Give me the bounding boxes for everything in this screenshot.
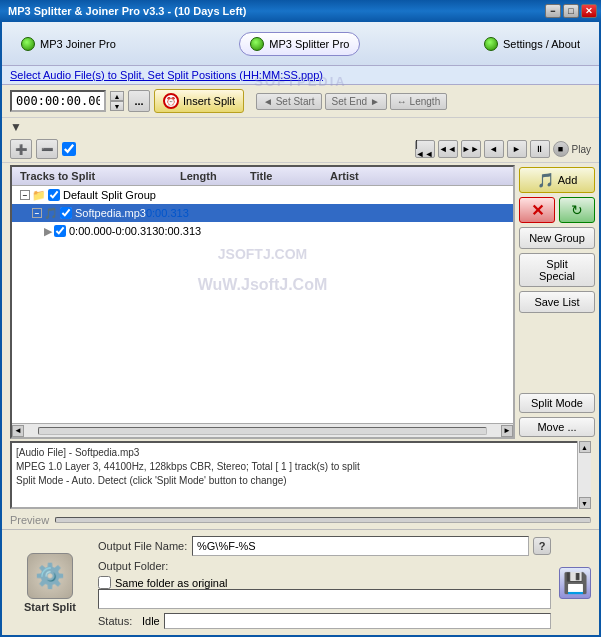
pause-button[interactable]: ⏸ — [530, 140, 550, 158]
segment-checkbox[interactable] — [54, 225, 66, 237]
controls-row: ▲ ▼ ... ⏰ Insert Split ◄ Set Start Set E… — [2, 85, 599, 118]
watermark-jsoftj: JSOFTJ.COM — [218, 246, 307, 262]
help-button[interactable]: ? — [533, 537, 551, 555]
icon-btn-row: ✕ ↻ — [519, 197, 595, 223]
add-row-icon: ➕ — [15, 144, 27, 155]
tree-panel: Tracks to Split Length Title Artist − 📁 … — [10, 165, 515, 439]
time-input[interactable] — [10, 90, 106, 112]
progress-bar — [164, 613, 551, 629]
log-scrollbar[interactable]: ▲ ▼ — [577, 441, 591, 509]
refresh-button[interactable]: ↻ — [559, 197, 595, 223]
output-file-label: Output File Name: — [98, 540, 188, 552]
refresh-icon: ↻ — [571, 202, 583, 218]
nav-bar: SOFTPEDIA MP3 Joiner Pro MP3 Splitter Pr… — [2, 22, 599, 66]
tree-row[interactable]: − 🎵 Softpedia.mp3 0:00.313 — [12, 204, 513, 222]
delete-icon: ✕ — [531, 201, 544, 220]
same-folder-checkbox[interactable] — [98, 576, 111, 589]
save-list-label: Save List — [534, 296, 579, 308]
scrollbar-track-h[interactable] — [38, 427, 487, 435]
status-label: Status: — [98, 615, 138, 627]
segment-name: 0:00.000-0:00.313 — [69, 225, 158, 237]
add-button[interactable]: 🎵 Add — [519, 167, 595, 193]
tree-container: Tracks to Split Length Title Artist − 📁 … — [10, 165, 515, 439]
new-group-button[interactable]: New Group — [519, 227, 595, 249]
watermark-www: WuW.JsoftJ.CoM — [198, 276, 327, 294]
file-checkbox[interactable] — [60, 207, 72, 219]
save-list-button[interactable]: Save List — [519, 291, 595, 313]
log-container: [Audio File] - Softpedia.mp3 MPEG 1.0 La… — [10, 441, 591, 509]
split-special-button[interactable]: Split Special — [519, 253, 595, 287]
browse-button[interactable]: ... — [128, 90, 150, 112]
next-button[interactable]: ► — [507, 140, 527, 158]
group-name: Default Split Group — [63, 189, 156, 201]
select-all-checkbox[interactable] — [62, 142, 76, 156]
splitter-tab[interactable]: MP3 Splitter Pro — [239, 32, 360, 56]
start-split-button[interactable]: ⚙️ — [27, 553, 73, 599]
instruction-text: Select Audio File(s) to Split, Set Split… — [10, 69, 323, 81]
preview-slider[interactable] — [55, 517, 591, 523]
set-end-button[interactable]: Set End ► — [325, 93, 387, 110]
insert-split-label: Insert Split — [183, 95, 235, 107]
remove-row-icon: ➖ — [41, 144, 53, 155]
close-button[interactable]: ✕ — [581, 4, 597, 18]
folder-status-row: Output Folder: Same folder as original — [98, 560, 551, 609]
prev-slow-button[interactable]: ◄ — [484, 140, 504, 158]
next-fast-button[interactable]: ►► — [461, 140, 481, 158]
tree-row[interactable]: − 📁 Default Split Group — [12, 186, 513, 204]
window-content: SOFTPEDIA MP3 Joiner Pro MP3 Splitter Pr… — [0, 22, 601, 637]
settings-dot — [484, 37, 498, 51]
add-icon: 🎵 — [537, 172, 554, 188]
same-folder-label: Same folder as original — [115, 577, 228, 589]
output-file-input[interactable] — [192, 536, 529, 556]
expand-file-button[interactable]: − — [32, 208, 42, 218]
split-mode-label: Split Mode — [531, 397, 583, 409]
log-scroll-up[interactable]: ▲ — [579, 441, 591, 453]
folder-input[interactable] — [98, 589, 551, 609]
scroll-left-button[interactable]: ◄ — [12, 425, 24, 437]
length-button[interactable]: ↔ Length — [390, 93, 447, 110]
set-start-label: ◄ Set Start — [263, 96, 315, 107]
folder-icon: 📁 — [32, 189, 46, 202]
split-mode-button[interactable]: Split Mode — [519, 393, 595, 413]
insert-split-button[interactable]: ⏰ Insert Split — [154, 89, 244, 113]
stop-button[interactable]: ■ — [553, 141, 569, 157]
group-checkbox[interactable] — [48, 189, 60, 201]
remove-row-button[interactable]: ➖ — [36, 139, 58, 159]
preview-row: Preview — [2, 511, 599, 529]
set-start-button[interactable]: ◄ Set Start — [256, 93, 322, 110]
segment-icon: ▶ — [44, 225, 52, 238]
tree-scrollbar-h[interactable]: ◄ ► — [12, 423, 513, 437]
prev-button[interactable]: ◄◄ — [438, 140, 458, 158]
folder-label: Output Folder: — [98, 560, 188, 572]
folder-same-row: Same folder as original — [98, 576, 551, 589]
new-group-label: New Group — [529, 232, 585, 244]
music-icon: 🎵 — [44, 207, 58, 220]
window-title: MP3 Splitter & Joiner Pro v3.3 - (10 Day… — [4, 5, 246, 17]
play-label: Play — [572, 144, 591, 155]
folder-input-row — [98, 589, 551, 609]
move-button[interactable]: Move ... — [519, 417, 595, 437]
folder-row: Output Folder: — [98, 560, 551, 572]
scroll-right-button[interactable]: ► — [501, 425, 513, 437]
skip-start-button[interactable]: |◄◄ — [415, 140, 435, 158]
time-down-arrow[interactable]: ▼ — [110, 101, 124, 111]
settings-label: Settings / About — [503, 38, 580, 50]
settings-tab[interactable]: Settings / About — [473, 32, 591, 56]
expand-group-button[interactable]: − — [20, 190, 30, 200]
tree-content[interactable]: − 📁 Default Split Group − 🎵 — [12, 186, 513, 423]
time-up-arrow[interactable]: ▲ — [110, 91, 124, 101]
right-panel: 🎵 Add ✕ ↻ New Group Split Special Save L… — [517, 163, 599, 441]
log-scroll-down[interactable]: ▼ — [579, 497, 591, 509]
maximize-button[interactable]: □ — [563, 4, 579, 18]
splitter-dot — [250, 37, 264, 51]
toolbar-left: ➕ ➖ — [10, 139, 76, 159]
joiner-tab[interactable]: MP3 Joiner Pro — [10, 32, 127, 56]
file-name: Softpedia.mp3 — [75, 207, 146, 219]
tree-row[interactable]: ▶ 0:00.000-0:00.313 0:00.313 — [12, 222, 513, 240]
preview-label: Preview — [10, 514, 49, 526]
add-row-button[interactable]: ➕ — [10, 139, 32, 159]
minimize-button[interactable]: − — [545, 4, 561, 18]
bottom-section: ⚙️ Start Split Output File Name: ? Outpu… — [2, 529, 599, 635]
delete-button[interactable]: ✕ — [519, 197, 555, 223]
save-button[interactable]: 💾 — [559, 567, 591, 599]
